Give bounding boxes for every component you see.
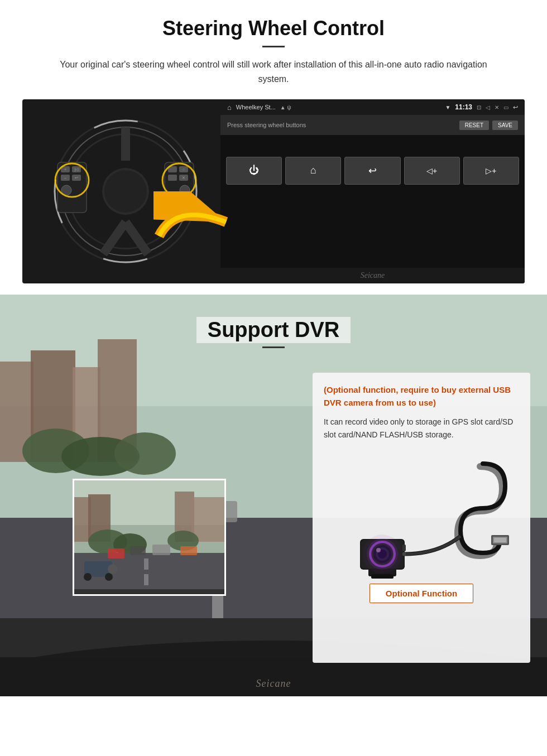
svg-point-69 [105,573,113,581]
hu-wifi-icon: ▼ [445,104,450,110]
svg-point-8 [104,170,147,213]
hu-reset-button[interactable]: RESET [459,121,489,130]
dvr-description: It can record video only to storage in G… [324,416,519,441]
steering-wheel-photo: + |◁ – ↩ ○ ✕ [22,99,229,283]
dvr-thumb-scene [74,480,224,594]
svg-rect-63 [108,548,124,558]
svg-text:○: ○ [183,167,185,171]
hu-home-icon: ⌂ [227,103,232,112]
hu-btn-vol-down[interactable]: ◁+ [404,157,460,185]
svg-rect-79 [371,574,394,579]
optional-function-button[interactable]: Optional Function [370,584,473,603]
hu-press-text: Press steering wheel buttons [227,122,306,128]
dvr-info-card: (Optional function, require to buy exter… [313,373,530,663]
svg-point-86 [363,535,402,574]
hu-btn-back[interactable]: ↩ [344,157,400,185]
dvr-thumb-svg [74,480,226,596]
head-unit-screen: ⌂ Wheelkey St... ▲ ψ ▼ 11:13 ⊡ ◁ ✕ ▭ ↩ P… [220,99,525,283]
svg-rect-64 [130,546,146,555]
hu-btn-vol-up[interactable]: ▷+ [463,157,519,185]
hu-x-icon: ✕ [495,104,499,110]
hu-empty-area [220,206,525,268]
hu-statusbar: ⌂ Wheelkey St... ▲ ψ ▼ 11:13 ⊡ ◁ ✕ ▭ ↩ [220,99,525,115]
svg-rect-56 [191,497,226,542]
hu-screen-icon: ▭ [503,104,508,110]
hu-btn-home[interactable]: ⌂ [285,157,341,185]
svg-rect-65 [152,545,170,555]
dvr-optional-text: (Optional function, require to buy exter… [324,384,519,409]
dvr-camera-image [324,450,519,584]
svg-rect-72 [327,452,516,581]
hu-watermark: Seicane [220,268,525,283]
svg-point-68 [84,573,92,581]
hu-back-icon: ↩ [513,104,518,111]
steering-composite-image: + |◁ – ↩ ○ ✕ [22,99,525,283]
svg-rect-89 [402,552,406,556]
dvr-thumbnail [73,479,226,596]
svg-rect-62 [144,574,148,585]
svg-rect-75 [494,538,506,542]
title-divider [262,46,285,47]
dvr-title: Support DVR [196,317,351,343]
svg-point-40 [114,432,176,475]
svg-rect-66 [180,546,197,555]
dvr-camera-svg [327,452,516,581]
hu-nav-title: Wheelkey St... [236,104,276,110]
hu-volume-icon: ◁ [486,104,490,110]
svg-text:↩: ↩ [75,176,78,180]
svg-rect-61 [144,558,148,570]
hu-signal-icons: ▲ ψ [280,104,291,110]
dvr-title-area: Support DVR [0,317,547,348]
hu-btn-power[interactable]: ⏻ [226,157,282,185]
steering-title: Steering Wheel Control [22,17,525,40]
svg-rect-88 [402,545,406,551]
dvr-section: Support DVR [0,295,547,696]
svg-rect-70 [108,564,118,574]
hu-save-button[interactable]: SAVE [492,121,518,130]
yellow-arrow [153,191,229,253]
hu-camera-icon: ⊡ [477,104,481,110]
dvr-title-divider [262,346,285,348]
svg-point-87 [376,548,381,552]
dvr-watermark: Seicane [0,678,547,690]
svg-text:|◁: |◁ [75,167,79,172]
hu-time: 11:13 [455,103,472,111]
svg-text:✕: ✕ [182,176,185,180]
svg-text:+: + [64,167,66,171]
steering-description: Your original car's steering wheel contr… [45,57,502,86]
hu-function-buttons: ⏻ ⌂ ↩ ◁+ ▷+ [220,135,525,206]
svg-rect-25 [168,175,177,181]
svg-text:–: – [64,176,66,180]
svg-rect-71 [74,589,226,596]
hu-control-bar: Press steering wheel buttons RESET SAVE [220,115,525,135]
steering-wheel-section: Steering Wheel Control Your original car… [0,0,547,295]
